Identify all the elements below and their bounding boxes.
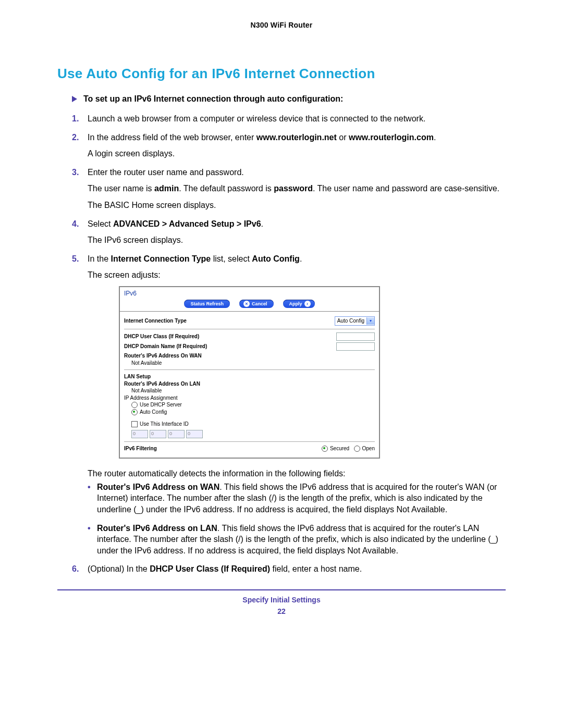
interface-id-4[interactable]: 0 <box>186 430 203 438</box>
divider <box>124 441 375 442</box>
ip-assign-label: IP Address Assignment <box>124 394 375 402</box>
document-page: N300 WiFi Router Use Auto Config for an … <box>0 0 563 728</box>
bullet-wan: Router's IPv6 Address on WAN. This field… <box>88 482 506 515</box>
conn-type-value: Auto Config <box>337 317 364 325</box>
close-icon: × <box>243 301 250 307</box>
step-5-text: In the Internet Connection Type list, se… <box>88 254 302 263</box>
radio-open-label: Open <box>362 446 375 451</box>
dhcp-user-class-row: DHCP User Class (If Required) <box>124 332 375 341</box>
apply-button[interactable]: Apply› <box>283 300 315 308</box>
radio-auto-label: Auto Config <box>140 409 167 415</box>
step-1: Launch a web browser from a computer or … <box>72 113 506 125</box>
step-6-text: (Optional) In the DHCP User Class (If Re… <box>88 564 362 573</box>
conn-type-row: Internet Connection Type Auto Config ▾ <box>124 316 375 326</box>
footer-section: Specify Initial Settings <box>57 596 506 604</box>
wan-addr-value: Not Available <box>131 360 375 367</box>
step-3-text: Enter the router user name and password. <box>88 168 244 177</box>
conn-type-label: Internet Connection Type <box>124 317 187 325</box>
ui-button-bar: Status Refresh ×Cancel Apply› <box>120 299 379 311</box>
step-2: In the address field of the web browser,… <box>72 132 506 159</box>
footer-page-number: 22 <box>57 607 506 615</box>
chevron-down-icon: ▾ <box>366 317 374 325</box>
lan-addr-label: Router's IPv6 Address On LAN <box>124 380 375 388</box>
step-3-note2: The BASIC Home screen displays. <box>88 200 506 211</box>
radio-secured-label: Secured <box>330 446 349 451</box>
ipv6-config-screenshot: IPv6 Status Refresh ×Cancel Apply› Inter… <box>119 286 380 459</box>
step-4-text: Select ADVANCED > Advanced Setup > IPv6. <box>88 219 263 228</box>
task-text: To set up an IPv6 Internet connection th… <box>83 94 343 104</box>
radio-auto-row: Auto Config <box>131 409 375 416</box>
conn-type-select[interactable]: Auto Config ▾ <box>335 316 375 326</box>
task-intro: To set up an IPv6 Internet connection th… <box>72 94 506 104</box>
field-description-list: Router's IPv6 Address on WAN. This field… <box>88 482 506 557</box>
use-interface-id-row: Use This Interface ID <box>131 421 375 428</box>
step-2-text: In the address field of the web browser,… <box>88 133 436 142</box>
footer-rule <box>57 589 506 590</box>
radio-auto-config[interactable] <box>131 409 138 415</box>
dhcp-domain-label: DHCP Domain Name (If Required) <box>124 343 207 350</box>
filtering-options: Secured Open <box>322 445 375 452</box>
checkbox-use-interface-id[interactable] <box>131 421 138 427</box>
section-heading: Use Auto Config for an IPv6 Internet Con… <box>57 66 506 82</box>
step-1-text: Launch a web browser from a computer or … <box>88 114 425 123</box>
bullet-lan: Router's IPv6 Address on LAN. This field… <box>88 523 506 557</box>
ipv6-filtering-row: IPv6 Filtering Secured Open <box>124 445 375 452</box>
dhcp-domain-input[interactable] <box>336 342 375 351</box>
ui-title: IPv6 <box>120 287 379 299</box>
dhcp-domain-row: DHCP Domain Name (If Required) <box>124 342 375 351</box>
cancel-button[interactable]: ×Cancel <box>239 300 274 308</box>
interface-id-fields: 0 0 0 0 <box>131 430 375 438</box>
radio-secured[interactable] <box>322 446 328 452</box>
step-5-note: The screen adjusts: <box>88 269 506 281</box>
radio-open[interactable] <box>354 446 360 452</box>
dhcp-user-class-label: DHCP User Class (If Required) <box>124 333 199 340</box>
status-refresh-button[interactable]: Status Refresh <box>184 300 230 308</box>
step-6: (Optional) In the DHCP User Class (If Re… <box>72 563 506 575</box>
radio-dhcp-row: Use DHCP Server <box>131 401 375 409</box>
step-3: Enter the router user name and password.… <box>72 167 506 211</box>
radio-dhcp-label: Use DHCP Server <box>140 402 182 408</box>
dhcp-user-class-input[interactable] <box>336 332 375 341</box>
divider <box>124 329 375 329</box>
arrow-right-icon: › <box>304 301 311 307</box>
after-shot-text: The router automatically detects the inf… <box>88 468 506 479</box>
wan-addr-label: Router's IPv6 Address On WAN <box>124 352 375 360</box>
interface-id-3[interactable]: 0 <box>168 430 185 438</box>
lan-setup-label: LAN Setup <box>124 373 375 380</box>
step-3-note1: The user name is admin. The default pass… <box>88 183 506 194</box>
radio-use-dhcp[interactable] <box>131 402 138 408</box>
lan-addr-value: Not Available <box>131 387 375 394</box>
interface-id-1[interactable]: 0 <box>131 430 148 438</box>
page-header: N300 WiFi Router <box>57 21 506 29</box>
step-4: Select ADVANCED > Advanced Setup > IPv6.… <box>72 218 506 246</box>
ipv6-filtering-label: IPv6 Filtering <box>124 445 157 452</box>
divider <box>124 369 375 370</box>
steps-list: Launch a web browser from a computer or … <box>72 113 506 575</box>
ui-body: Internet Connection Type Auto Config ▾ D… <box>120 312 379 458</box>
step-2-note: A login screen displays. <box>88 148 506 159</box>
step-5: In the Internet Connection Type list, se… <box>72 253 506 557</box>
step-4-note: The IPv6 screen displays. <box>88 235 506 246</box>
use-interface-id-label: Use This Interface ID <box>140 421 189 427</box>
triangle-icon <box>72 96 77 102</box>
interface-id-2[interactable]: 0 <box>150 430 166 438</box>
